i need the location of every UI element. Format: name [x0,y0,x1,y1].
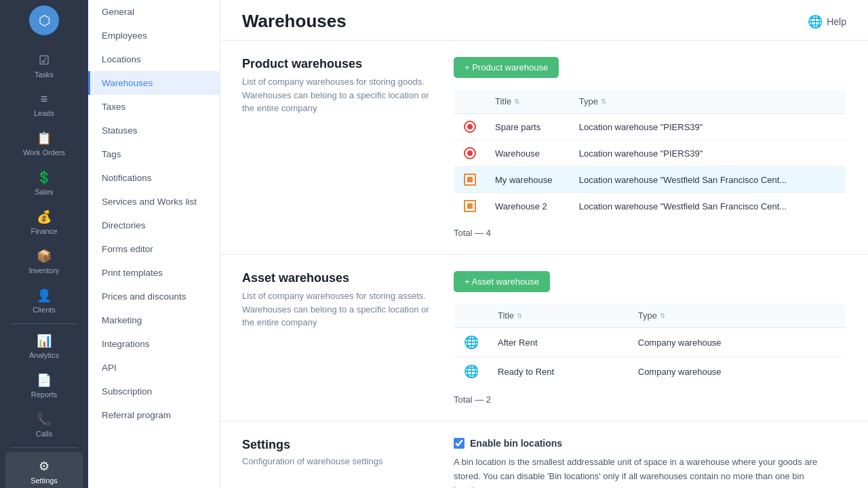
th-type-product: Type ⇅ [570,89,819,114]
tasks-icon: ☑ [39,53,50,68]
sidebar-item-employees[interactable]: Employees [88,24,220,47]
add-asset-warehouse-button[interactable]: + Asset warehouse [454,271,550,292]
sort-icon-title[interactable]: ⇅ [514,98,519,105]
table-row[interactable]: Spare parts Location warehouse "PIERS39" [454,114,846,140]
sidebar-item-statuses[interactable]: Statuses [88,119,220,142]
row-icon-cell [454,193,486,220]
th-action [819,89,846,114]
product-warehouses-header-row: Title ⇅ Type ⇅ [454,89,846,114]
finance-icon: 💰 [37,209,52,224]
sort-icon-type-asset[interactable]: ⇅ [660,312,665,319]
row-action [819,328,846,357]
sidebar-item-marketing[interactable]: Marketing [88,308,220,332]
help-label: Help [827,16,846,27]
table-row[interactable]: Warehouse 2 Location warehouse "Westfiel… [454,193,846,220]
nav-item-calls[interactable]: 📞 Calls [0,405,88,445]
th-icon [454,304,489,328]
sidebar-item-subscription[interactable]: Subscription [88,380,220,403]
asset-warehouses-info: Asset warehouses List of company warehou… [242,271,432,405]
sidebar-item-prices-discounts[interactable]: Prices and discounts [88,285,220,308]
product-warehouses-desc: List of company warehouses for storing g… [242,75,432,115]
sidebar-item-api[interactable]: API [88,356,220,380]
sort-icon-title-asset[interactable]: ⇅ [517,312,522,319]
row-icon-cell: 🌐 [454,357,489,386]
product-warehouses-thead: Title ⇅ Type ⇅ [454,89,846,114]
work-orders-icon: 📋 [37,131,52,146]
help-icon: 🌐 [808,14,823,29]
nav-label-sales: Sales [35,188,54,196]
nav-label-analytics: Analytics [29,351,59,359]
nav-label-calls: Calls [36,430,52,438]
product-warehouses-title: Product warehouses [242,57,432,71]
nav-item-settings[interactable]: ⚙ Settings [5,452,83,488]
sidebar-item-tags[interactable]: Tags [88,142,220,166]
row-type: Company warehouse [629,357,819,386]
table-row[interactable]: Warehouse Location warehouse "PIERS39" [454,140,846,167]
nav-item-work-orders[interactable]: 📋 Work Orders [0,124,88,163]
asset-warehouses-layout: Asset warehouses List of company warehou… [242,271,846,405]
warehouse-settings-info: Settings Configuration of warehouse sett… [242,438,432,488]
row-title: After Rent [488,328,629,357]
sidebar-item-warehouses[interactable]: Warehouses [88,71,220,95]
sidebar-item-referral[interactable]: Referral program [88,403,220,427]
sidebar-item-integrations[interactable]: Integrations [88,332,220,356]
orange-square-icon [464,200,476,212]
sidebar-item-directories[interactable]: Directories [88,214,220,237]
red-circle-icon [464,147,476,159]
sidebar-item-locations[interactable]: Locations [88,47,220,71]
nav-divider-2 [11,447,77,448]
warehouse-settings-content: Enable bin locations A bin location is t… [454,438,846,488]
product-warehouses-section: Product warehouses List of company wareh… [220,41,868,255]
row-action [819,193,846,220]
sidebar-item-services-works[interactable]: Services and Works list [88,190,220,214]
enable-bin-locations-checkbox[interactable] [454,438,465,449]
sidebar-item-print-templates[interactable]: Print templates [88,261,220,285]
row-type: Company warehouse [629,328,819,357]
reports-icon: 📄 [37,373,52,388]
red-circle-icon [464,121,476,133]
nav-item-inventory[interactable]: 📦 Inventory [0,242,88,281]
sidebar-item-notifications[interactable]: Notifications [88,166,220,190]
sort-icon-type[interactable]: ⇅ [601,98,606,105]
help-button[interactable]: 🌐 Help [808,14,846,29]
row-icon-cell [454,114,486,140]
table-row[interactable]: My warehouse Location warehouse "Westfie… [454,167,846,193]
calls-icon: 📞 [37,412,52,427]
row-type: Location warehouse "PIERS39" [570,140,819,167]
sales-icon: 💲 [37,170,52,185]
sidebar-item-forms-editor[interactable]: Forms editor [88,237,220,261]
nav-label-inventory: Inventory [28,266,59,274]
table-row[interactable]: 🌐 Ready to Rent Company warehouse [454,357,846,386]
row-action [819,167,846,193]
nav-label-leads: Leads [34,109,54,117]
nav-item-analytics[interactable]: 📊 Analytics [0,327,88,366]
nav-item-sales[interactable]: 💲 Sales [0,163,88,203]
leads-icon: ≡ [41,92,48,106]
warehouse-settings-desc: Configuration of warehouse settings [242,456,432,466]
asset-warehouses-content: + Asset warehouse Title ⇅ [454,271,846,405]
row-title: Warehouse [486,140,570,167]
analytics-icon: 📊 [37,333,52,348]
clients-icon: 👤 [37,288,52,303]
asset-warehouses-desc: List of company warehouses for storing a… [242,289,432,329]
globe-icon: 🌐 [464,336,479,349]
bin-locations-label: Enable bin locations [470,438,562,449]
add-product-warehouse-button[interactable]: + Product warehouse [454,57,559,78]
sidebar-item-taxes[interactable]: Taxes [88,95,220,119]
sidebar-item-general[interactable]: General [88,0,220,24]
product-warehouses-table: Title ⇅ Type ⇅ [454,89,846,220]
bin-locations-info: A bin location is the smallest addressab… [454,455,820,488]
nav-item-finance[interactable]: 💰 Finance [0,203,88,242]
product-warehouses-layout: Product warehouses List of company wareh… [242,57,846,238]
product-warehouses-content: + Product warehouse Title ⇅ [454,57,846,238]
th-icon [454,89,486,114]
nav-item-clients[interactable]: 👤 Clients [0,281,88,321]
table-row[interactable]: 🌐 After Rent Company warehouse [454,328,846,357]
row-title: Warehouse 2 [486,193,570,220]
product-warehouses-info: Product warehouses List of company wareh… [242,57,432,238]
asset-warehouses-table: Title ⇅ Type ⇅ [454,303,846,386]
nav-item-tasks[interactable]: ☑ Tasks [0,46,88,85]
globe-icon: 🌐 [464,365,479,378]
nav-item-leads[interactable]: ≡ Leads [0,85,88,124]
nav-item-reports[interactable]: 📄 Reports [0,366,88,405]
